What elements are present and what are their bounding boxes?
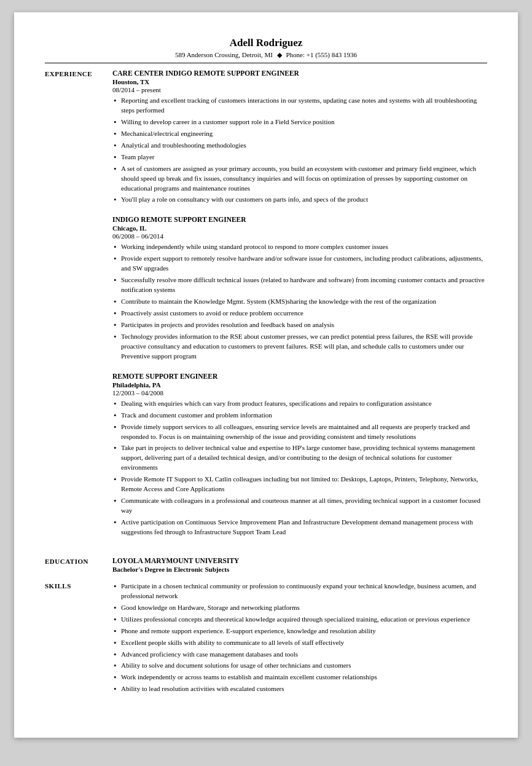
list-item: Ability to solve and document solutions … (112, 661, 487, 671)
job-3-title: REMOTE SUPPORT ENGINEER (112, 373, 487, 380)
candidate-phone: +1 (555) 843 1936 (307, 51, 357, 58)
job-3: REMOTE SUPPORT ENGINEER Philadelphia, PA… (112, 373, 487, 537)
list-item: Provide timely support services to all c… (112, 422, 487, 442)
list-item: Proactively assist customers to avoid or… (112, 309, 487, 318)
experience-content: CARE CENTER INDIGO REMOTE SUPPORT ENGINE… (112, 69, 487, 548)
job-1-location: Houston, TX (112, 78, 487, 85)
job-1-title: CARE CENTER INDIGO REMOTE SUPPORT ENGINE… (112, 69, 487, 77)
list-item: Working independently while using standa… (112, 242, 487, 252)
education-label: EDUCATION (45, 557, 112, 573)
list-item: Participate in a chosen technical commun… (112, 582, 487, 601)
candidate-name: Adell Rodriguez (45, 37, 487, 49)
list-item: A set of customers are assigned as your … (112, 164, 487, 194)
job-1-bullets: Reporting and excellent tracking of cust… (112, 96, 487, 205)
university-name: LOYOLA MARYMOUNT UNIVERSITY (112, 557, 487, 564)
diamond-separator: ◆ (277, 51, 282, 59)
list-item: Participates in projects and provides re… (112, 320, 487, 330)
experience-section: EXPERIENCE CARE CENTER INDIGO REMOTE SUP… (45, 69, 487, 548)
list-item: Provide expert support to remotely resol… (112, 254, 487, 274)
job-3-location: Philadelphia, PA (112, 381, 487, 389)
list-item: You'll play a role on consultancy with o… (112, 195, 487, 205)
list-item: Active participation on Continuous Servi… (112, 518, 487, 537)
list-item: Good knowledge on Hardware, Storage and … (112, 603, 487, 613)
job-2-title: INDIGO REMOTE SUPPORT ENGINEER (112, 216, 487, 223)
job-2-location: Chicago, IL (112, 224, 487, 232)
list-item: Mechanical/electrical engineering (112, 129, 487, 139)
list-item: Provide Remote IT Support to XL Catlin c… (112, 475, 487, 494)
job-2-bullets: Working independently while using standa… (112, 242, 487, 361)
list-item: Dealing with enquiries which can vary fr… (112, 399, 487, 409)
skills-content: Participate in a chosen technical commun… (112, 582, 487, 696)
job-1: CARE CENTER INDIGO REMOTE SUPPORT ENGINE… (112, 69, 487, 205)
education-section: EDUCATION LOYOLA MARYMOUNT UNIVERSITY Ba… (45, 557, 487, 573)
list-item: Excellent people skills with ability to … (112, 638, 487, 648)
list-item: Utilizes professional concepts and theor… (112, 615, 487, 625)
list-item: Track and document customer and problem … (112, 411, 487, 421)
resume-header: Adell Rodriguez 589 Anderson Crossing, D… (45, 37, 487, 59)
header-divider (45, 63, 487, 63)
list-item: Contribute to maintain the Knowledge Mgm… (112, 297, 487, 307)
list-item: Communicate with colleagues in a profess… (112, 496, 487, 516)
list-item: Take part in projects to deliver technic… (112, 443, 487, 473)
job-3-bullets: Dealing with enquiries which can vary fr… (112, 399, 487, 537)
list-item: Reporting and excellent tracking of cust… (112, 96, 487, 116)
list-item: Technology provides information to the R… (112, 332, 487, 361)
list-item: Ability to lead resolution activities wi… (112, 684, 487, 694)
list-item: Work independently or across teams to es… (112, 673, 487, 682)
list-item: Successfully resolve more difficult tech… (112, 275, 487, 295)
skills-label: SKILLS (45, 582, 112, 696)
list-item: Team player (112, 152, 487, 162)
experience-label: EXPERIENCE (45, 69, 112, 548)
job-2-dates: 06/2008 – 06/2014 (112, 232, 487, 240)
education-content: LOYOLA MARYMOUNT UNIVERSITY Bachelor's D… (112, 557, 487, 573)
list-item: Advanced proficiency with case managemen… (112, 650, 487, 660)
education-degree: Bachelor's Degree in Electronic Subjects (112, 566, 487, 573)
resume-page: Adell Rodriguez 589 Anderson Crossing, D… (14, 12, 518, 738)
candidate-address: 589 Anderson Crossing, Detroit, MI (175, 51, 273, 58)
job-1-dates: 08/2014 – present (112, 86, 487, 93)
job-2: INDIGO REMOTE SUPPORT ENGINEER Chicago, … (112, 216, 487, 361)
list-item: Analytical and troubleshooting methodolo… (112, 141, 487, 151)
list-item: Willing to develop career in a customer … (112, 117, 487, 127)
job-3-dates: 12/2003 – 04/2008 (112, 389, 487, 397)
skills-section: SKILLS Participate in a chosen technical… (45, 582, 487, 696)
skills-bullets: Participate in a chosen technical commun… (112, 582, 487, 694)
phone-label: Phone: (286, 51, 305, 58)
candidate-contact: 589 Anderson Crossing, Detroit, MI ◆ Pho… (45, 51, 487, 59)
list-item: Phone and remote support experience. E-s… (112, 626, 487, 636)
